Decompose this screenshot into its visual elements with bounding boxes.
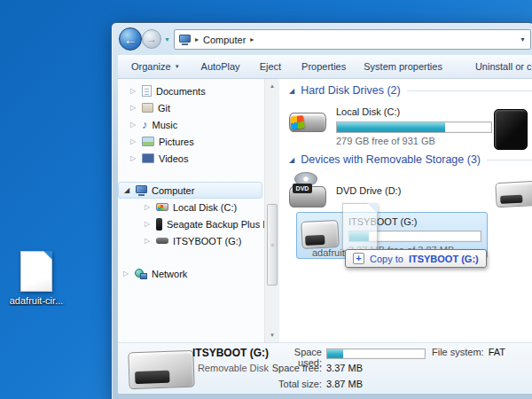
plus-icon: +: [353, 253, 364, 264]
drive-tile-dvd[interactable]: DVD DVD Drive (D:): [289, 172, 484, 211]
sidebar-label: Pictures: [159, 137, 194, 147]
sidebar-item-itsyboot[interactable]: ▷ ITSYBOOT (G:): [118, 232, 264, 249]
scrollbar-thumb[interactable]: ≡: [267, 204, 278, 286]
external-drive-icon-cutoff[interactable]: [494, 109, 528, 150]
address-bar[interactable]: ▸ Computer ▸ ▼: [174, 29, 531, 50]
desktop: { "glyphs": { "back": "←", "forward": "→…: [0, 0, 532, 399]
space-free-label: Space free:: [269, 363, 322, 373]
nav-scrollbar[interactable]: ▲ ≡ ▼: [264, 79, 279, 342]
expand-arrow-icon[interactable]: ▷: [145, 220, 152, 228]
collapse-arrow-icon: ◢: [289, 87, 294, 95]
page-fold: [43, 251, 52, 260]
external-drive-icon: [156, 218, 162, 231]
files-pane: ◢ Hard Disk Drives (2) Local Disk (C:) 2…: [280, 79, 532, 342]
expand-arrow-icon[interactable]: ▷: [130, 137, 137, 145]
sidebar-item-videos[interactable]: ▷ Videos: [118, 150, 264, 167]
drive-name: DVD Drive (D:): [336, 185, 401, 196]
sidebar-label: Computer: [152, 185, 194, 196]
group-header-removable[interactable]: ◢ Devices with Removable Storage (3): [289, 153, 532, 166]
drive-free-space: 279 GB free of 931 GB: [336, 136, 435, 146]
sidebar-item-music[interactable]: ▷ ♪ Music: [118, 116, 264, 133]
back-button[interactable]: ←: [119, 27, 142, 51]
drag-copy-tooltip: + Copy to ITSYBOOT (G:): [345, 249, 487, 268]
removable-drive-icon: [301, 220, 340, 249]
desktop-file-adafruit[interactable]: adafruit-cir...: [5, 251, 67, 306]
system-properties-button[interactable]: System properties: [364, 61, 442, 72]
sidebar-item-documents[interactable]: ▷ Documents: [118, 82, 264, 99]
group-divider: [407, 90, 532, 91]
space-used-fill: [327, 349, 343, 358]
back-arrow-icon: ←: [124, 32, 137, 47]
expand-arrow-icon[interactable]: ▷: [130, 121, 137, 129]
file-icon: [20, 251, 52, 292]
chevron-down-icon: ▼: [175, 64, 180, 69]
removable-drive-icon-cutoff[interactable]: [495, 181, 532, 207]
eject-button[interactable]: Eject: [260, 61, 281, 72]
expand-arrow-icon[interactable]: ▷: [130, 87, 137, 95]
sidebar-label: ITSYBOOT (G:): [173, 236, 241, 246]
computer-icon: [136, 185, 147, 195]
capacity-bar: [336, 121, 492, 133]
content-area: ▷ Documents ▷ Git ▷ ♪ Music ▷ Pictures ▷: [118, 79, 532, 342]
recent-pages-dropdown[interactable]: ▼: [164, 36, 170, 43]
organize-button[interactable]: Organize ▼: [131, 61, 180, 72]
expand-arrow-icon[interactable]: ▷: [123, 270, 130, 278]
sidebar-item-local-disk[interactable]: ▷ Local Disk (C:): [118, 199, 264, 215]
breadcrumb-separator-icon: ▸: [195, 35, 199, 43]
details-pane: ITSYBOOT (G:) Removable Disk Space used:…: [118, 342, 532, 394]
command-toolbar: Organize ▼ AutoPlay Eject Properties Sys…: [118, 55, 532, 79]
uninstall-button[interactable]: Uninstall or ch: [475, 61, 532, 72]
sidebar-label: Seagate Backup Plus Drive: [167, 219, 264, 230]
collapse-arrow-icon[interactable]: ◢: [124, 186, 131, 194]
properties-button[interactable]: Properties: [301, 61, 346, 72]
group-divider: [487, 160, 532, 160]
sidebar-item-git[interactable]: ▷ Git: [118, 99, 264, 116]
total-size-value: 3.87 MB: [326, 379, 363, 389]
breadcrumb-separator-icon[interactable]: ▸: [250, 35, 254, 43]
documents-icon: [142, 85, 152, 97]
file-system-value: FAT: [489, 347, 505, 357]
navigation-pane: ▷ Documents ▷ Git ▷ ♪ Music ▷ Pictures ▷: [118, 79, 264, 342]
breadcrumb-computer[interactable]: Computer: [203, 35, 246, 45]
tooltip-target: ITSYBOOT (G:): [409, 254, 479, 264]
tree-separator: [118, 249, 264, 265]
pictures-icon: [142, 137, 154, 146]
collapse-arrow-icon: ◢: [289, 156, 294, 164]
sidebar-label: Local Disk (C:): [173, 202, 237, 213]
drag-ghost-file-icon: [342, 203, 378, 251]
details-drive-type: Removable Disk: [171, 363, 269, 373]
sidebar-item-network[interactable]: ▷ Network: [118, 265, 264, 282]
sidebar-item-computer[interactable]: ◢ Computer: [118, 182, 262, 199]
removable-drive-icon: [156, 238, 168, 244]
capacity-fill: [337, 122, 445, 132]
forward-button[interactable]: →: [142, 29, 161, 49]
tree-separator: [118, 167, 264, 182]
expand-arrow-icon[interactable]: ▷: [145, 237, 152, 245]
drive-name: Local Disk (C:): [336, 106, 400, 117]
local-disk-icon: [156, 203, 168, 211]
chevron-down-icon: ▼: [164, 36, 170, 43]
sidebar-label: Documents: [156, 86, 206, 97]
sidebar-item-pictures[interactable]: ▷ Pictures: [118, 133, 264, 150]
autoplay-button[interactable]: AutoPlay: [201, 61, 240, 72]
expand-arrow-icon[interactable]: ▷: [130, 154, 137, 162]
hard-drive-icon: [289, 109, 326, 136]
sidebar-label: Music: [153, 120, 178, 130]
grip-icon: ≡: [270, 242, 274, 248]
scroll-up-icon[interactable]: ▲: [265, 79, 279, 93]
expand-arrow-icon[interactable]: ▷: [130, 104, 137, 112]
tooltip-action: Copy to: [370, 254, 403, 264]
scroll-down-icon[interactable]: ▼: [265, 328, 279, 342]
videos-icon: [142, 153, 154, 163]
expand-arrow-icon[interactable]: ▷: [145, 203, 152, 211]
sidebar-item-seagate[interactable]: ▷ Seagate Backup Plus Drive: [118, 215, 264, 232]
sidebar-label: Videos: [159, 153, 188, 164]
computer-icon: [179, 35, 191, 44]
total-size-label: Total size:: [269, 379, 322, 389]
drive-tile-local-disk[interactable]: Local Disk (C:) 279 GB free of 931 GB: [289, 106, 511, 146]
group-header-hard-disks[interactable]: ◢ Hard Disk Drives (2): [289, 84, 532, 97]
space-used-bar: [326, 348, 426, 359]
file-system-label: File system:: [432, 347, 484, 357]
sidebar-label: Network: [152, 269, 187, 279]
address-dropdown-icon[interactable]: ▼: [520, 36, 526, 43]
